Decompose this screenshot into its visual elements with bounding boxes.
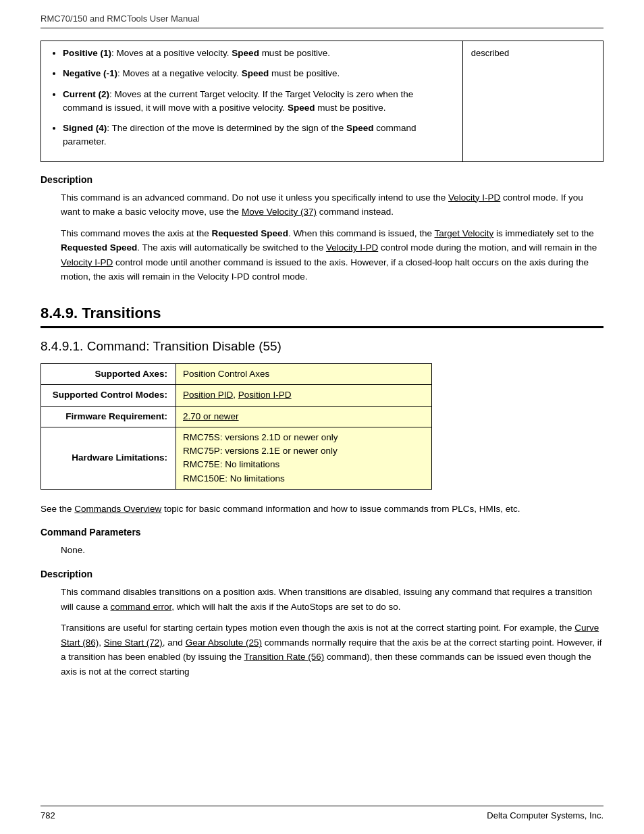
table-row: Supported Control Modes: Position PID, P… <box>41 385 432 406</box>
command-parameters-none: None. <box>61 543 603 558</box>
described-cell: described <box>462 41 603 162</box>
description2-para2: Transitions are useful for starting cert… <box>61 621 603 679</box>
section-8491: 8.4.9.1. Command: Transition Disable (55… <box>41 339 603 490</box>
commands-overview-link[interactable]: Commands Overview <box>74 504 161 514</box>
bullet-bold-1: Positive (1) <box>63 48 111 58</box>
supported-modes-label: Supported Control Modes: <box>41 385 176 406</box>
page-footer: 782 Delta Computer Systems, Inc. <box>41 806 603 820</box>
hardware-lim-label: Hardware Limitations: <box>41 427 176 489</box>
gear-absolute-link[interactable]: Gear Absolute (25) <box>186 637 262 648</box>
description-para1: This command is an advanced command. Do … <box>61 190 603 219</box>
info-table: Supported Axes: Position Control Axes Su… <box>41 363 432 490</box>
firmware-link[interactable]: 2.70 or newer <box>183 411 239 421</box>
position-ipd-link[interactable]: Position I-PD <box>238 390 292 400</box>
top-table: Positive (1): Moves at a positive veloci… <box>41 41 603 162</box>
table-row: Supported Axes: Position Control Axes <box>41 364 432 385</box>
bullet-speed-4: Speed <box>346 123 374 133</box>
hardware-lim-value: RMC75S: versions 2.1D or newer only RMC7… <box>176 427 432 489</box>
supported-axes-label: Supported Axes: <box>41 364 176 385</box>
bullet-speed-2: Speed <box>242 68 269 78</box>
bullet-list: Positive (1): Moves at a positive veloci… <box>49 47 454 149</box>
list-item: Signed (4): The direction of the move is… <box>63 122 454 149</box>
header-title: RMC70/150 and RMCTools User Manual <box>41 14 200 24</box>
bullet-speed-3: Speed <box>288 103 315 113</box>
description2-para1: This command disables transitions on a p… <box>61 585 603 614</box>
commands-overview-para: See the Commands Overview topic for basi… <box>41 502 603 517</box>
list-item: Positive (1): Moves at a positive veloci… <box>63 47 454 60</box>
list-item: Negative (-1): Moves at a negative veloc… <box>63 67 454 80</box>
bullet-bold-4: Signed (4) <box>63 123 107 133</box>
bullet-speed-1: Speed <box>232 48 259 58</box>
described-label: described <box>471 48 509 58</box>
firmware-req-value: 2.70 or newer <box>176 406 432 427</box>
move-velocity-link[interactable]: Move Velocity (37) <box>242 207 317 217</box>
table-row: Hardware Limitations: RMC75S: versions 2… <box>41 427 432 489</box>
firmware-req-label: Firmware Requirement: <box>41 406 176 427</box>
supported-modes-value: Position PID, Position I-PD <box>176 385 432 406</box>
target-velocity-link[interactable]: Target Velocity <box>434 228 493 238</box>
command-parameters-heading: Command Parameters <box>41 527 603 538</box>
description-para2: This command moves the axis at the Reque… <box>61 226 603 284</box>
description2-heading: Description <box>41 569 603 579</box>
page: RMC70/150 and RMCTools User Manual Posit… <box>0 0 644 834</box>
description-heading: Description <box>41 174 603 185</box>
bullet-bold-2: Negative (-1) <box>63 68 117 78</box>
velocity-ipd-link-2[interactable]: Velocity I-PD <box>326 242 378 253</box>
list-item: Current (2): Moves at the current Target… <box>63 88 454 115</box>
section-8491-heading: 8.4.9.1. Command: Transition Disable (55… <box>41 339 603 354</box>
velocity-ipd-link-1[interactable]: Velocity I-PD <box>448 192 500 203</box>
section-849: 8.4.9. Transitions <box>41 305 603 328</box>
page-header: RMC70/150 and RMCTools User Manual <box>41 14 603 28</box>
section-849-heading: 8.4.9. Transitions <box>41 305 603 322</box>
velocity-ipd-link-3[interactable]: Velocity I-PD <box>61 257 113 267</box>
requested-speed-bold-1: Requested Speed <box>212 228 288 238</box>
page-number: 782 <box>41 810 55 820</box>
bullet-bold-3: Current (2) <box>63 89 109 99</box>
table-row: Firmware Requirement: 2.70 or newer <box>41 406 432 427</box>
sine-start-link[interactable]: Sine Start (72) <box>104 637 163 648</box>
supported-axes-value: Position Control Axes <box>176 364 432 385</box>
bullet-cell: Positive (1): Moves at a positive veloci… <box>41 41 463 162</box>
command-error-link[interactable]: command error <box>111 602 172 612</box>
position-pid-link[interactable]: Position PID <box>183 390 233 400</box>
requested-speed-bold-2: Requested Speed <box>61 242 137 253</box>
company-name: Delta Computer Systems, Inc. <box>487 810 603 820</box>
transition-rate-link[interactable]: Transition Rate (56) <box>244 652 324 662</box>
